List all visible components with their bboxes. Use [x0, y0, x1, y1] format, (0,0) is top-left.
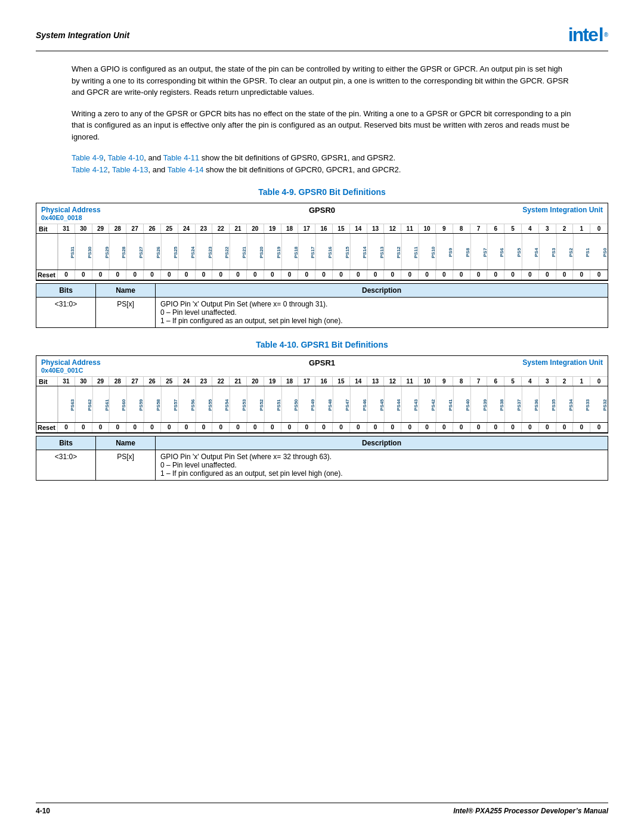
bit-name-cell: PS18 [281, 234, 299, 270]
bit-number: 5 [504, 224, 522, 233]
reset-value: 0 [504, 423, 522, 432]
bit-name-cell: PS54 [212, 386, 230, 422]
bit-number: 20 [247, 377, 264, 386]
table-10-bit-numbers-row: Bit 313029282726252423222120191817161514… [36, 377, 608, 386]
bit-name-cell: PS31 [58, 234, 75, 270]
desc-bits: <31:0> [36, 298, 96, 328]
table-9-reg-wrapper: Physical Address 0x40E0_0018 GPSR0 Syste… [36, 203, 608, 281]
table-4-13-link[interactable]: Table 4-13 [112, 165, 148, 174]
bit-number: 12 [384, 224, 401, 233]
table-10-section: Table 4-10. GPSR1 Bit Definitions Physic… [36, 340, 608, 481]
table-9-bit-names-row: PS31PS30PS29PS28PS27PS26PS25PS24PS23PS22… [36, 234, 608, 270]
bit-number: 3 [539, 224, 556, 233]
reset-value: 0 [196, 423, 213, 432]
table-9-bit-numbers-row: Bit 313029282726252423222120191817161514… [36, 224, 608, 234]
reset-value: 0 [470, 270, 488, 280]
reset-value: 0 [401, 270, 419, 280]
table-4-10-link[interactable]: Table 4-10 [107, 153, 144, 162]
reset-value: 0 [161, 423, 178, 432]
table-4-9-link[interactable]: Table 4-9 [72, 153, 103, 162]
desc-line1-2: GPIO Pin 'x' Output Pin Set (where x= 32… [160, 453, 603, 461]
bit-names-spacer [36, 234, 58, 270]
bit-name-cell: PS58 [144, 386, 161, 422]
desc-description: GPIO Pin 'x' Output Pin Set (where x= 0 … [156, 298, 608, 328]
reset-value: 0 [384, 270, 401, 280]
bit-name-cell: PS4 [522, 234, 539, 270]
bit-number: 27 [126, 224, 144, 233]
reset-value: 0 [298, 270, 315, 280]
table-9-reg-header: Physical Address 0x40E0_0018 GPSR0 Syste… [36, 203, 608, 224]
table-4-12-link[interactable]: Table 4-12 [72, 165, 108, 174]
reset-value: 0 [281, 423, 299, 432]
bit-number: 22 [212, 224, 230, 233]
reset-value: 0 [75, 270, 92, 280]
table-4-14-link[interactable]: Table 4-14 [168, 165, 204, 174]
reset-value: 0 [315, 270, 333, 280]
reset-value: 0 [247, 270, 264, 280]
bit-name-cell: PS23 [196, 234, 213, 270]
bit-number: 10 [419, 377, 436, 386]
reset-value: 0 [161, 270, 178, 280]
reset-value: 0 [522, 423, 539, 432]
table-10-bit-numbers: 3130292827262524232221201918171615141312… [58, 377, 608, 386]
reset-value: 0 [333, 423, 350, 432]
bit-number: 3 [539, 377, 556, 386]
bit-name-cell: PS15 [333, 234, 350, 270]
table-9-bit-numbers: 3130292827262524232221201918171615141312… [58, 224, 608, 233]
table-9-unit: System Integration Unit [417, 203, 608, 224]
bit-name-cell: PS12 [384, 234, 401, 270]
table-10-bit-names: PS63PS62PS61PS60PS59PS58PS57PS56PS55PS54… [58, 386, 608, 422]
bit-number: 21 [230, 224, 247, 233]
bit-name-cell: PS53 [230, 386, 247, 422]
bit-number: 9 [436, 224, 453, 233]
table-row: <31:0> PS[x] GPIO Pin 'x' Output Pin Set… [36, 298, 608, 328]
bit-name-cell: PS6 [487, 234, 504, 270]
bit-number: 30 [75, 224, 92, 233]
bit-number: 28 [109, 224, 126, 233]
desc-line2-2: 0 – Pin level unaffected. [160, 461, 603, 469]
bit-number: 22 [212, 377, 230, 386]
header-title: System Integration Unit [36, 30, 129, 40]
reset-label: Reset [36, 270, 58, 280]
bit-number: 12 [384, 377, 401, 386]
table-9-reset-values: 00000000000000000000000000000000 [58, 270, 608, 280]
reset-value: 0 [126, 270, 144, 280]
bit-number: 0 [590, 224, 608, 233]
reset-value: 0 [539, 423, 556, 432]
body-paragraph-2: Writing a zero to any of the GPSR or GPC… [72, 108, 572, 143]
bit-name-cell: PS59 [126, 386, 144, 422]
bit-number: 25 [161, 377, 178, 386]
bit-name-cell: PS13 [367, 234, 385, 270]
bit-label: Bit [36, 224, 58, 233]
table-4-11-link[interactable]: Table 4-11 [163, 153, 200, 162]
reset-value: 0 [522, 270, 539, 280]
bit-number: 6 [487, 377, 504, 386]
reset-value: 0 [247, 423, 264, 432]
desc-header-description-2: Description [156, 436, 608, 450]
table-10-reset-values: 00000000000000000000000000000000 [58, 423, 608, 432]
bit-name-cell: PS47 [333, 386, 350, 422]
bit-number: 26 [144, 377, 161, 386]
reset-value: 0 [419, 270, 436, 280]
table-10-reg-wrapper: Physical Address 0x40E0_001C GPSR1 Syste… [36, 355, 608, 433]
reset-value: 0 [487, 423, 504, 432]
bit-names-spacer-2 [36, 386, 58, 422]
bit-number: 23 [196, 377, 213, 386]
reset-value: 0 [196, 270, 213, 280]
reset-value: 0 [384, 423, 401, 432]
bit-number: 14 [350, 377, 367, 386]
reset-value: 0 [92, 423, 110, 432]
bit-number: 7 [470, 377, 488, 386]
reset-value: 0 [350, 270, 367, 280]
bit-number: 1 [573, 224, 590, 233]
reset-value: 0 [126, 423, 144, 432]
reset-value: 0 [590, 423, 608, 432]
footer-page-number: 4-10 [36, 807, 50, 815]
bit-number: 9 [436, 377, 453, 386]
bit-name-cell: PS56 [178, 386, 196, 422]
reset-value: 0 [281, 270, 299, 280]
table-9-reg-name: GPSR0 [227, 203, 417, 224]
bit-name-cell: PS9 [436, 234, 453, 270]
reset-value: 0 [333, 270, 350, 280]
table-10-title: Table 4-10. GPSR1 Bit Definitions [36, 340, 608, 349]
